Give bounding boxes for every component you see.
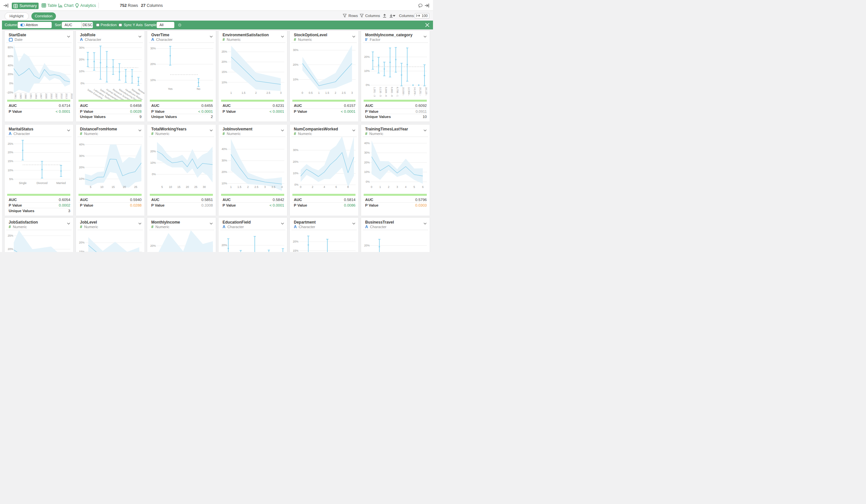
svg-text:0: 0: [370, 185, 372, 188]
svg-text:25%: 25%: [8, 234, 13, 237]
svg-text:10%: 10%: [293, 171, 298, 175]
svg-text:10%: 10%: [293, 78, 298, 81]
svg-text:2: 2: [388, 185, 389, 188]
svg-text:2: 2: [312, 185, 313, 188]
svg-text:30: 30: [202, 185, 206, 188]
svg-text:3: 3: [396, 185, 398, 188]
svg-text:4: 4: [405, 185, 407, 188]
svg-text:3: 3: [264, 185, 266, 188]
svg-text:0%: 0%: [366, 180, 370, 183]
svg-text:20%: 20%: [364, 244, 369, 247]
svg-text:0%: 0%: [9, 82, 13, 85]
svg-text:15%: 15%: [293, 249, 298, 252]
svg-text:0%: 0%: [152, 172, 156, 176]
svg-text:5: 5: [90, 185, 91, 188]
svg-text:10: 10: [169, 185, 172, 188]
svg-text:30%: 30%: [364, 151, 369, 154]
svg-text:3,135 - 5: 3,135 - 5: [379, 87, 382, 97]
svg-text:2.5: 2.5: [266, 91, 270, 94]
svg-text:20%: 20%: [150, 244, 156, 247]
svg-text:40%: 40%: [221, 147, 227, 151]
svg-text:No: No: [197, 87, 200, 91]
svg-text:0%: 0%: [366, 83, 370, 87]
svg-text:5%: 5%: [9, 177, 13, 180]
svg-text:20%: 20%: [221, 60, 227, 64]
svg-text:10%: 10%: [8, 168, 13, 171]
svg-text:6: 6: [422, 185, 423, 188]
svg-text:1.5: 1.5: [325, 91, 329, 94]
svg-text:2: 2: [335, 91, 336, 94]
svg-text:5: 5: [161, 185, 163, 188]
svg-text:10%: 10%: [79, 177, 85, 180]
svg-text:40%: 40%: [364, 142, 369, 145]
svg-text:30%: 30%: [293, 48, 298, 52]
svg-text:1985: 1985: [19, 93, 22, 99]
svg-text:1: 1: [230, 91, 232, 94]
svg-text:3.5: 3.5: [271, 185, 275, 188]
svg-text:15: 15: [177, 185, 180, 188]
svg-text:8: 8: [347, 185, 348, 188]
svg-text:10%: 10%: [221, 81, 227, 84]
svg-text:20%: 20%: [8, 247, 13, 251]
svg-text:8,756 - 1: 8,756 - 1: [396, 87, 399, 97]
svg-text:Divorced: Divorced: [36, 181, 47, 185]
svg-text:2: 2: [247, 185, 248, 188]
svg-text:16,251 -: 16,251 -: [419, 87, 422, 96]
svg-text:3: 3: [280, 91, 281, 94]
svg-text:20%: 20%: [150, 149, 156, 153]
svg-text:20%: 20%: [293, 240, 298, 243]
svg-text:1988: 1988: [24, 93, 27, 99]
svg-text:1: 1: [318, 91, 320, 94]
svg-text:20%: 20%: [221, 244, 227, 247]
svg-text:15%: 15%: [79, 250, 85, 252]
svg-text:60%: 60%: [8, 55, 13, 58]
svg-text:20%: 20%: [293, 160, 298, 163]
svg-text:15: 15: [112, 185, 115, 188]
svg-text:Yes: Yes: [168, 87, 173, 91]
svg-text:40%: 40%: [8, 64, 13, 67]
svg-text:20%: 20%: [364, 160, 369, 164]
svg-text:30%: 30%: [79, 46, 85, 49]
svg-text:20%: 20%: [221, 170, 227, 173]
svg-text:10: 10: [100, 185, 103, 188]
svg-text:30%: 30%: [293, 148, 298, 152]
svg-text:10%: 10%: [150, 78, 156, 82]
svg-text:20%: 20%: [293, 63, 298, 66]
svg-text:4: 4: [323, 185, 325, 188]
svg-text:1: 1: [230, 185, 232, 188]
svg-text:10%: 10%: [221, 182, 227, 185]
svg-text:6,882 - 8: 6,882 - 8: [390, 87, 393, 97]
svg-text:10%: 10%: [150, 161, 156, 164]
svg-text:2000: 2000: [44, 93, 47, 99]
svg-text:25%: 25%: [8, 142, 13, 145]
svg-text:15%: 15%: [8, 159, 13, 163]
svg-text:0: 0: [301, 91, 303, 94]
svg-text:1: 1: [379, 185, 381, 188]
svg-text:1,261 - 3: 1,261 - 3: [373, 87, 376, 97]
svg-text:1981: 1981: [14, 93, 17, 99]
svg-text:2016: 2016: [70, 93, 73, 99]
svg-text:30%: 30%: [150, 47, 156, 50]
svg-text:Married: Married: [56, 181, 66, 185]
svg-text:20%: 20%: [79, 241, 85, 244]
svg-text:20%: 20%: [150, 63, 156, 66]
svg-text:10%: 10%: [79, 70, 85, 73]
svg-text:40%: 40%: [79, 143, 85, 146]
svg-text:Single: Single: [19, 181, 26, 185]
svg-text:1.5: 1.5: [237, 185, 241, 188]
svg-text:18,125 -: 18,125 -: [425, 87, 428, 96]
svg-text:0%: 0%: [80, 82, 85, 85]
svg-text:0: 0: [300, 185, 301, 188]
svg-text:20%: 20%: [364, 55, 369, 58]
svg-text:20%: 20%: [79, 58, 85, 61]
svg-text:?: ?: [179, 24, 180, 26]
svg-text:2007: 2007: [55, 93, 58, 99]
svg-text:5,009 - 6: 5,009 - 6: [385, 87, 388, 97]
svg-text:3: 3: [351, 91, 353, 94]
svg-text:2013: 2013: [65, 93, 68, 99]
svg-text:20: 20: [186, 185, 189, 188]
svg-text:14,378 -: 14,378 -: [413, 87, 416, 96]
svg-text:2003: 2003: [50, 93, 53, 99]
svg-text:20: 20: [123, 185, 126, 188]
svg-text:25%: 25%: [221, 50, 227, 53]
